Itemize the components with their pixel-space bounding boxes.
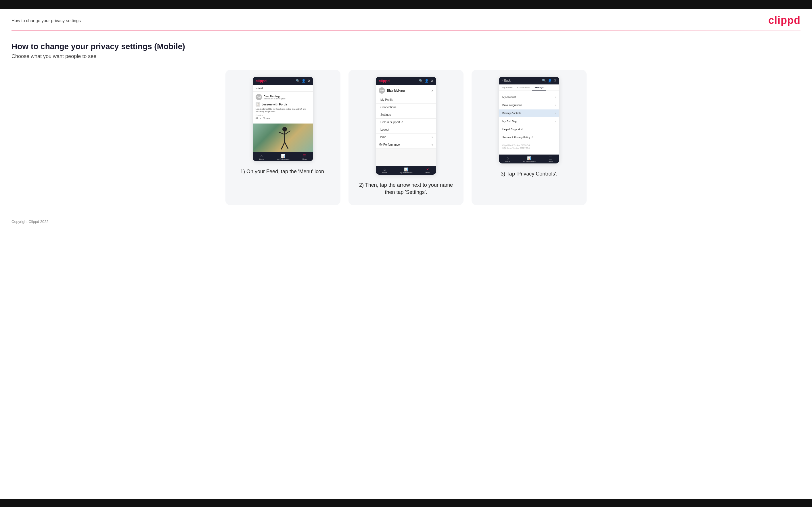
nav-label-home-3: Home	[505, 161, 510, 162]
phone-mockup-3: < Back 🔍 👤 ⚙ My Profile Connections Sett…	[499, 77, 559, 163]
menu-item-myperformance[interactable]: My Performance ∨	[376, 141, 436, 149]
chevron-down-icon: ∨	[431, 136, 433, 139]
bg-overlay	[376, 149, 436, 166]
phone-mockup-1: clippd 🔍 👤 ⚙ Feed BM Blair McHarg	[253, 77, 313, 161]
user-icon-2: 👤	[425, 79, 429, 83]
settings-row-my-account[interactable]: My Account ›	[499, 93, 559, 101]
avatar-2: BM	[379, 87, 385, 94]
menu-user-row: BM Blair McHarg ∧	[376, 85, 436, 96]
menu-item-logout[interactable]: Logout	[376, 126, 436, 133]
help-support-label: Help & Support ↗	[502, 128, 523, 131]
settings-row-my-golf-bag[interactable]: My Golf Bag ›	[499, 117, 559, 125]
back-button[interactable]: < Back	[502, 79, 511, 82]
phone-mockup-2: clippd 🔍 👤 ⚙ BM Blair McHarg ∧	[376, 77, 436, 175]
chevron-up-icon: ∧	[431, 89, 433, 92]
nav-item-menu-1: ☰ Menu	[302, 154, 306, 160]
step-1-card: clippd 🔍 👤 ⚙ Feed BM Blair McHarg	[225, 70, 341, 205]
phone-icons-3: 🔍 👤 ⚙	[542, 79, 556, 82]
menu-icon-2: ✕	[426, 167, 429, 171]
nav-item-performance-2: 📊 My Performance	[400, 167, 412, 173]
menu-item-home[interactable]: Home ∨	[376, 133, 436, 141]
lesson-title: Lesson with Fordy	[262, 103, 287, 106]
nav-item-home-1: ⌂ Home	[259, 154, 264, 160]
nav-label-performance: My Performance	[276, 158, 289, 160]
steps-container: clippd 🔍 👤 ⚙ Feed BM Blair McHarg	[11, 70, 801, 205]
svg-line-2	[279, 132, 285, 134]
tab-my-profile[interactable]: My Profile	[500, 84, 515, 91]
phone-icons-2: 🔍 👤 ⚙	[419, 79, 433, 83]
step-3-caption: 3) Tap 'Privacy Controls'.	[501, 170, 558, 177]
post-user-info: Blair McHarg Yesterday · Sunningdale	[264, 95, 286, 100]
search-icon: 🔍	[296, 79, 300, 83]
nav-item-performance-1: 📊 My Performance	[276, 154, 289, 160]
settings-icon: ⚙	[307, 79, 310, 83]
menu-icon: ☰	[303, 154, 306, 158]
phone-logo-2: clippd	[379, 79, 390, 83]
my-account-label: My Account	[502, 96, 516, 99]
menu-item-settings[interactable]: Settings	[376, 111, 436, 119]
copyright: Copyright Clippd 2022	[11, 219, 49, 224]
step-1-caption: 1) On your Feed, tap the 'Menu' icon.	[240, 168, 325, 175]
chevron-right-icon-2: ›	[555, 104, 556, 107]
lesson-header: 📋 Lesson with Fordy	[256, 102, 310, 107]
phone-bottomnav-1: ⌂ Home 📊 My Performance ☰ Menu	[253, 152, 313, 161]
duration-label: Duration	[256, 114, 310, 116]
home-icon: ⌂	[260, 154, 262, 158]
user-icon-3: 👤	[548, 79, 552, 82]
settings-row-data-integrations[interactable]: Data Integrations ›	[499, 101, 559, 109]
menu-item-connections[interactable]: Connections	[376, 104, 436, 111]
settings-row-help-support[interactable]: Help & Support ↗	[499, 125, 559, 133]
svg-line-4	[281, 142, 285, 149]
main-content: How to change your privacy settings (Mob…	[0, 31, 812, 214]
page-heading: How to change your privacy settings (Mob…	[11, 42, 801, 51]
top-bar	[0, 0, 812, 9]
settings-tabs: My Profile Connections Settings	[499, 84, 559, 91]
nav-label-performance-3: My Performance	[523, 161, 536, 162]
nav-item-menu-2: ✕ Menu	[425, 167, 429, 173]
nav-label-menu: Menu	[302, 158, 306, 160]
menu-home-label: Home	[379, 135, 387, 139]
tab-connections[interactable]: Connections	[515, 84, 532, 91]
settings-list: My Account › Data Integrations › Privacy…	[499, 91, 559, 155]
menu-icon-3: ☰	[549, 156, 552, 160]
settings-back-bar: < Back 🔍 👤 ⚙	[499, 77, 559, 84]
step-3-card: < Back 🔍 👤 ⚙ My Profile Connections Sett…	[471, 70, 587, 205]
settings-row-service-privacy[interactable]: Service & Privacy Policy ↗	[499, 133, 559, 141]
page-subheading: Choose what you want people to see	[11, 53, 801, 59]
nav-label-menu-2: Menu	[425, 172, 429, 173]
nav-item-home-3: ⌂ Home	[505, 156, 510, 162]
home-icon-2: ⌂	[384, 167, 386, 171]
chevron-down-icon-2: ∨	[431, 143, 433, 146]
nav-label-menu-3: Menu	[548, 161, 553, 162]
performance-icon: 📊	[281, 154, 285, 158]
post-username: Blair McHarg	[264, 95, 286, 98]
menu-user-left: BM Blair McHarg	[379, 87, 405, 94]
svg-point-0	[283, 127, 287, 131]
chevron-right-icon-4: ›	[555, 120, 556, 123]
nav-item-performance-3: 📊 My Performance	[523, 156, 536, 162]
performance-icon-2: 📊	[404, 167, 408, 171]
duration-value: 01 hr : 30 min	[256, 117, 310, 119]
tab-settings[interactable]: Settings	[532, 84, 546, 91]
search-icon-2: 🔍	[419, 79, 423, 83]
phone-topbar-1: clippd 🔍 👤 ⚙	[253, 77, 313, 85]
settings-row-privacy-controls[interactable]: Privacy Controls ›	[499, 109, 559, 117]
menu-panel: BM Blair McHarg ∧ My Profile Connections…	[376, 85, 436, 166]
menu-item-profile[interactable]: My Profile	[376, 96, 436, 104]
version-line-2: SQL Server Version: 2022.7.30-1	[502, 147, 556, 150]
menu-item-help[interactable]: Help & Support ↗	[376, 119, 436, 126]
bottom-bar	[0, 499, 812, 507]
phone-bottomnav-3: ⌂ Home 📊 My Performance ☰ Menu	[499, 155, 559, 163]
feed-label: Feed	[253, 85, 313, 92]
chevron-right-icon: ›	[555, 96, 556, 99]
nav-item-menu-3: ☰ Menu	[548, 156, 553, 162]
version-line-1: Clippd Client Version: 2022.8.3-3	[502, 144, 556, 147]
phone-bottomnav-2: ⌂ Home 📊 My Performance ✕ Menu	[376, 166, 436, 175]
phone-icons-1: 🔍 👤 ⚙	[296, 79, 310, 83]
search-icon-3: 🔍	[542, 79, 546, 82]
golf-image	[253, 123, 313, 152]
step-2-caption: 2) Then, tap the arrow next to your name…	[355, 181, 457, 196]
logo: clippd	[768, 14, 801, 26]
phone-topbar-2: clippd 🔍 👤 ⚙	[376, 77, 436, 85]
step-2-card: clippd 🔍 👤 ⚙ BM Blair McHarg ∧	[349, 70, 463, 205]
